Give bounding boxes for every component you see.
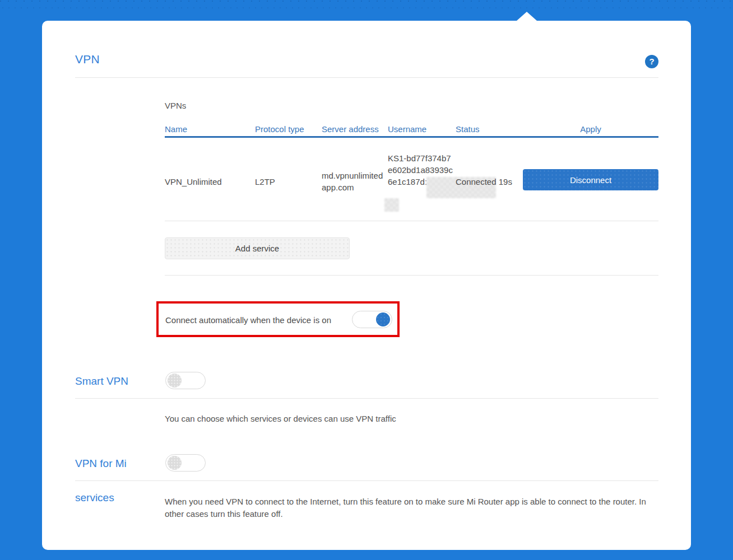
toggle-knob (376, 312, 390, 326)
column-header-status: Status (456, 124, 480, 134)
username-redacted-blur-tail (384, 198, 399, 212)
toggle-knob (168, 456, 182, 470)
active-tab-pointer-triangle (517, 12, 537, 21)
column-header-protocol-type: Protocol type (255, 124, 304, 134)
title-divider (75, 77, 658, 78)
smart-vpn-label: Smart VPN (75, 375, 128, 388)
page-title: VPN (75, 53, 100, 66)
disconnect-button[interactable]: Disconnect (523, 169, 658, 190)
auto-connect-toggle[interactable] (352, 311, 392, 328)
column-header-name: Name (165, 124, 187, 134)
vpn-row-status: Connected 19s (456, 176, 512, 188)
vpn-for-mi-services-toggle[interactable] (165, 454, 206, 472)
vpn-row-name: VPN_Unlimited (165, 176, 222, 188)
column-header-apply: Apply (523, 124, 658, 134)
vpn-for-mi-label-line2: services (75, 492, 114, 504)
add-service-divider (165, 275, 658, 276)
username-line2: e602bd1a83939c (388, 164, 453, 176)
toggle-knob (168, 374, 182, 388)
help-icon[interactable]: ? (645, 55, 658, 68)
vpns-table-label: VPNs (165, 101, 186, 110)
cutoff-nav-text-remnants (0, 0, 733, 9)
smart-vpn-toggle[interactable] (165, 372, 206, 389)
auto-connect-label: Connect automatically when the device is… (165, 315, 331, 325)
add-service-button[interactable]: Add service (165, 237, 350, 259)
vpn-settings-panel: VPN ? VPNs Name Protocol type Server add… (42, 21, 691, 550)
page-background: VPN ? VPNs Name Protocol type Server add… (0, 0, 733, 560)
row-divider (165, 221, 658, 221)
vpn-row-protocol: L2TP (255, 176, 275, 188)
table-header-underline (165, 136, 658, 138)
vpn-row-server-address: md.vpnunlimited app.com (322, 170, 383, 193)
vpn-for-mi-label: VPN for Mi (75, 458, 127, 470)
column-header-username: Username (388, 124, 426, 134)
column-header-server-address: Server address (322, 124, 379, 134)
smart-vpn-description: You can choose which services or devices… (165, 414, 396, 423)
vpn-for-mi-description: When you need VPN to connect to the Inte… (165, 496, 660, 520)
server-address-line2: app.com (322, 181, 383, 193)
smart-vpn-divider (75, 398, 658, 399)
username-line1: KS1-bd77f374b7 (388, 152, 453, 164)
server-address-line1: md.vpnunlimited (322, 170, 383, 181)
vpn-for-mi-divider (75, 480, 658, 481)
